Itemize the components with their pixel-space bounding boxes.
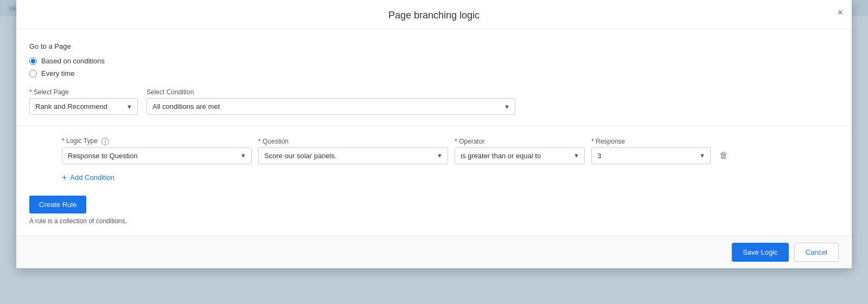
operator-wrapper: is greater than or equal to is less than… bbox=[455, 147, 585, 164]
modal-footer: Save Logic Cancel bbox=[16, 236, 852, 268]
add-condition-label: Add Condition bbox=[70, 173, 114, 182]
select-page-wrapper: Rank and Recommend Welcome Page Thank Yo… bbox=[29, 98, 138, 115]
radio-group: Based on conditions Every time bbox=[29, 57, 839, 77]
modal-overlay: Page branching logic × Go to a Page Base… bbox=[0, 0, 868, 304]
question-dropdown[interactable]: Score our solar panels. Question 2 bbox=[258, 147, 448, 164]
logic-type-field: * Logic Type i Response to Question Logi… bbox=[62, 137, 252, 164]
modal-body: Go to a Page Based on conditions Every t… bbox=[16, 29, 852, 236]
rule-hint: A rule is a collection of conditions. bbox=[29, 217, 127, 225]
select-row: * Select Page Rank and Recommend Welcome… bbox=[29, 88, 839, 115]
close-button[interactable]: × bbox=[837, 8, 843, 17]
radio-every-time[interactable]: Every time bbox=[29, 69, 839, 77]
select-page-field: * Select Page Rank and Recommend Welcome… bbox=[29, 88, 138, 115]
radio-based-on-conditions[interactable]: Based on conditions bbox=[29, 57, 839, 65]
modal-header: Page branching logic × bbox=[16, 0, 852, 29]
response-label: * Response bbox=[591, 138, 711, 145]
operator-label: * Operator bbox=[455, 138, 585, 145]
question-field: * Question Score our solar panels. Quest… bbox=[258, 138, 448, 164]
logic-type-dropdown[interactable]: Response to Question Logic Type 2 bbox=[62, 147, 252, 164]
radio-based-conditions-input[interactable] bbox=[29, 57, 37, 65]
logic-type-label: * Logic Type i bbox=[62, 137, 252, 145]
response-wrapper: 1234 5678 910 ▼ bbox=[591, 147, 711, 164]
go-to-page-label: Go to a Page bbox=[29, 42, 839, 50]
radio-every-time-input[interactable] bbox=[29, 70, 37, 77]
select-condition-label: Select Condition bbox=[146, 88, 515, 96]
response-field: * Response 1234 5678 910 ▼ bbox=[591, 138, 711, 164]
select-page-dropdown[interactable]: Rank and Recommend Welcome Page Thank Yo… bbox=[29, 98, 138, 115]
select-condition-dropdown[interactable]: All conditions are met Any condition is … bbox=[146, 98, 515, 115]
cancel-button[interactable]: Cancel bbox=[794, 243, 839, 262]
select-condition-field: Select Condition All conditions are met … bbox=[146, 88, 515, 115]
modal-dialog: Page branching logic × Go to a Page Base… bbox=[16, 0, 852, 268]
create-rule-button[interactable]: Create Rule bbox=[29, 196, 86, 214]
response-dropdown[interactable]: 1234 5678 910 bbox=[591, 147, 711, 164]
save-logic-button[interactable]: Save Logic bbox=[732, 243, 788, 262]
operator-dropdown[interactable]: is greater than or equal to is less than… bbox=[455, 147, 585, 164]
question-wrapper: Score our solar panels. Question 2 ▼ bbox=[258, 147, 448, 164]
logic-type-wrapper: Response to Question Logic Type 2 ▼ bbox=[62, 147, 252, 164]
divider bbox=[16, 126, 852, 126]
radio-every-time-label: Every time bbox=[41, 69, 74, 77]
condition-row: * Logic Type i Response to Question Logi… bbox=[29, 137, 839, 164]
select-page-label: * Select Page bbox=[29, 88, 138, 96]
add-condition-button[interactable]: + Add Condition bbox=[29, 173, 114, 183]
radio-based-conditions-label: Based on conditions bbox=[41, 57, 105, 65]
select-condition-wrapper: All conditions are met Any condition is … bbox=[146, 98, 515, 115]
operator-field: * Operator is greater than or equal to i… bbox=[455, 138, 585, 164]
info-icon: i bbox=[101, 138, 109, 145]
plus-icon: + bbox=[62, 173, 67, 183]
modal-title: Page branching logic bbox=[29, 10, 839, 21]
question-label: * Question bbox=[258, 138, 448, 145]
delete-condition-button[interactable]: 🗑 bbox=[717, 147, 730, 164]
